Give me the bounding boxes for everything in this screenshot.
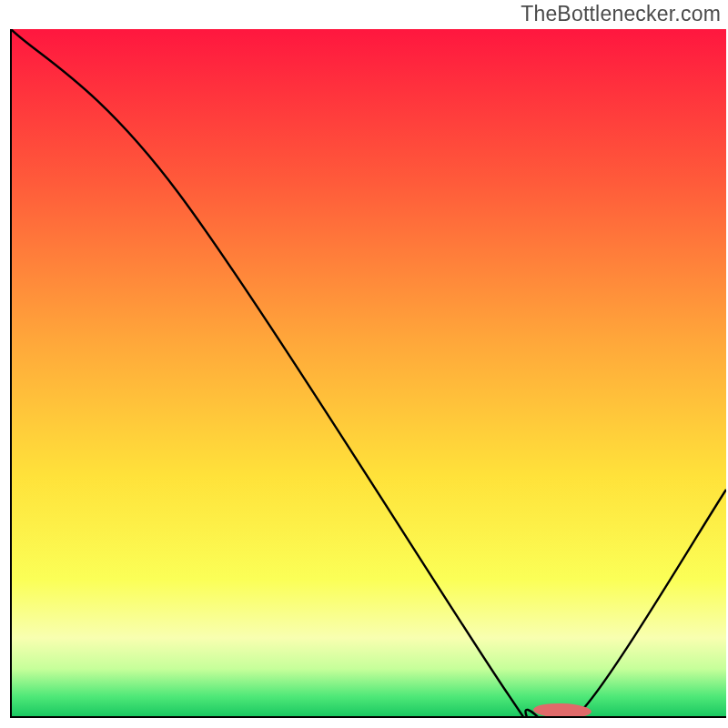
gradient-background xyxy=(11,29,726,717)
bottleneck-chart xyxy=(0,0,728,728)
chart-container: { "watermark": "TheBottlenecker.com", "c… xyxy=(0,0,728,728)
